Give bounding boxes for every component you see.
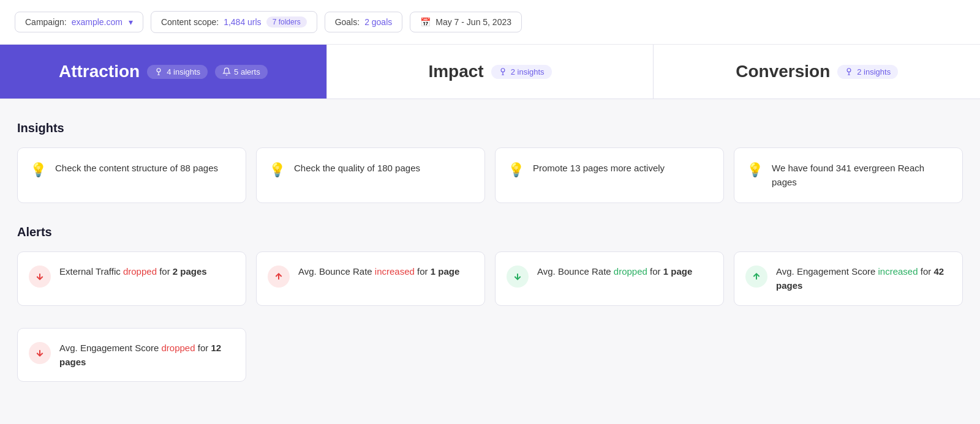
content-scope-urls: 1,484 urls — [224, 17, 261, 27]
bell-icon — [222, 67, 231, 76]
top-bar: Campaign: example.com ▾ Content scope: 1… — [0, 0, 980, 45]
calendar-icon: 📅 — [420, 17, 431, 27]
insight-text-3: Promote 13 pages more actively — [533, 162, 665, 176]
bulb-icon — [499, 67, 507, 76]
empty-slot-3 — [734, 328, 963, 382]
insights-section-title: Insights — [17, 121, 963, 135]
alert-card-1[interactable]: External Traffic dropped for 2 pages — [17, 251, 246, 306]
alert-up-icon-4 — [745, 266, 767, 288]
bulb-icon: 💡 — [30, 162, 47, 178]
alerts-section-title: Alerts — [17, 225, 963, 239]
goals-item: Goals: 2 goals — [325, 12, 403, 32]
date-range-picker[interactable]: 📅 May 7 - Jun 5, 2023 — [410, 12, 522, 32]
impact-insights-badge: 2 insights — [491, 65, 552, 79]
insight-card-1[interactable]: 💡 Check the content structure of 88 page… — [17, 147, 246, 203]
date-range-value: May 7 - Jun 5, 2023 — [435, 17, 511, 27]
svg-point-0 — [157, 69, 160, 72]
alert-text-5: Avg. Engagement Score dropped for 12 pag… — [59, 341, 235, 370]
bulb-icon: 💡 — [508, 162, 524, 178]
content-scope-label: Content scope: — [161, 17, 219, 27]
alert-card-2[interactable]: Avg. Bounce Rate increased for 1 page — [256, 251, 485, 306]
campaign-label: Campaign: — [25, 17, 67, 27]
conversion-insights-badge: 2 insights — [837, 65, 898, 79]
alert-card-3[interactable]: Avg. Bounce Rate dropped for 1 page — [495, 251, 724, 306]
campaign-selector[interactable]: Campaign: example.com ▾ — [15, 12, 143, 32]
alert-down-icon-1 — [29, 266, 51, 288]
alerts-grid-row2: Avg. Engagement Score dropped for 12 pag… — [17, 328, 963, 382]
insight-card-3[interactable]: 💡 Promote 13 pages more actively — [495, 147, 724, 203]
tab-conversion-label: Conversion — [736, 62, 830, 81]
alerts-grid: External Traffic dropped for 2 pages Avg… — [17, 251, 963, 306]
tab-impact-label: Impact — [428, 62, 483, 81]
svg-point-1 — [501, 69, 505, 72]
bulb-icon — [845, 67, 853, 76]
bulb-icon — [154, 67, 163, 76]
campaign-value: example.com — [72, 17, 123, 27]
alert-down-icon-5 — [29, 342, 51, 364]
tab-conversion[interactable]: Conversion 2 insights — [654, 45, 980, 99]
insight-card-2[interactable]: 💡 Check the quality of 180 pages — [256, 147, 485, 203]
insight-text-4: We have found 341 evergreen Reach pages — [772, 162, 950, 189]
tab-attraction[interactable]: Attraction 4 insights 5 alerts — [0, 45, 327, 99]
content-scope-folders[interactable]: 7 folders — [266, 17, 307, 28]
alert-up-icon-2 — [268, 266, 290, 288]
tab-impact[interactable]: Impact 2 insights — [327, 45, 654, 99]
alert-card-4[interactable]: Avg. Engagement Score increased for 42 p… — [734, 251, 963, 306]
goals-label: Goals: — [335, 17, 360, 27]
empty-slot-2 — [495, 328, 724, 382]
alert-text-4: Avg. Engagement Score increased for 42 p… — [776, 264, 951, 293]
bulb-icon: 💡 — [747, 162, 763, 178]
empty-slot-1 — [256, 328, 485, 382]
main-content: Insights 💡 Check the content structure o… — [0, 99, 980, 406]
tab-attraction-label: Attraction — [59, 62, 140, 81]
svg-point-2 — [847, 69, 851, 72]
insight-card-4[interactable]: 💡 We have found 341 evergreen Reach page… — [734, 147, 963, 203]
alert-text-1: External Traffic dropped for 2 pages — [59, 264, 207, 278]
alert-text-3: Avg. Bounce Rate dropped for 1 page — [537, 264, 692, 278]
alert-down-icon-3 — [507, 266, 529, 288]
insight-text-2: Check the quality of 180 pages — [294, 162, 420, 176]
insight-text-1: Check the content structure of 88 pages — [55, 162, 218, 176]
tabs-bar: Attraction 4 insights 5 alerts Impact 2 … — [0, 45, 980, 99]
attraction-alerts-badge: 5 alerts — [215, 65, 268, 79]
content-scope-item: Content scope: 1,484 urls 7 folders — [151, 11, 317, 33]
chevron-down-icon: ▾ — [129, 17, 133, 27]
bulb-icon: 💡 — [269, 162, 285, 178]
goals-value: 2 goals — [364, 17, 392, 27]
alert-text-2: Avg. Bounce Rate increased for 1 page — [298, 264, 459, 278]
alert-card-5[interactable]: Avg. Engagement Score dropped for 12 pag… — [17, 328, 246, 382]
insights-grid: 💡 Check the content structure of 88 page… — [17, 147, 963, 203]
attraction-insights-badge: 4 insights — [147, 65, 208, 79]
